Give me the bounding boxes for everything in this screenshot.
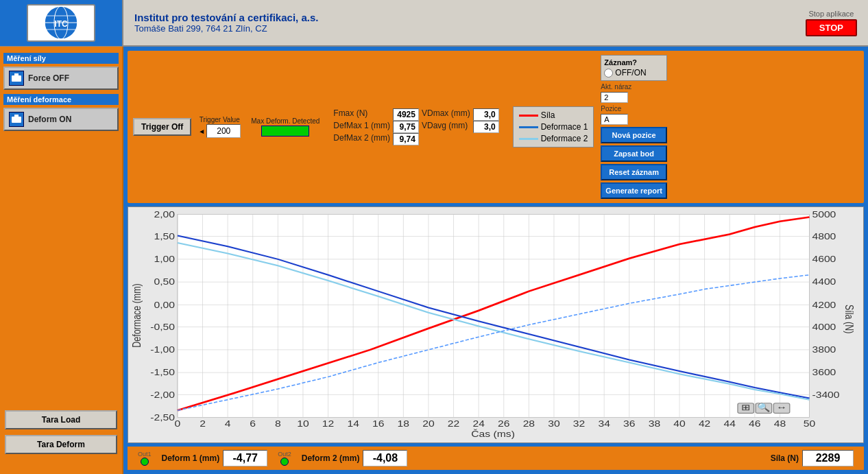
company-name: Institut pro testování a certifikaci, a.… (134, 12, 784, 23)
svg-text:1,00: 1,00 (154, 254, 175, 264)
svg-text:-1,50: -1,50 (150, 368, 175, 377)
stop-button[interactable]: STOP (806, 19, 857, 36)
legend-deformace1-line (519, 126, 538, 128)
svg-text:5000: 5000 (812, 209, 836, 219)
svg-text:4200: 4200 (812, 300, 836, 309)
trigger-off-button[interactable]: Trigger Off (133, 118, 191, 136)
svg-rect-12 (178, 214, 810, 417)
zapsat-bod-button[interactable]: Zapsat bod (601, 145, 667, 162)
force-off-label: Force OFF (28, 73, 69, 83)
force-off-button[interactable]: Force OFF (3, 67, 119, 90)
out2-group: Out2 (278, 451, 291, 466)
generate-report-button[interactable]: Generate report (601, 182, 667, 199)
pozice-input[interactable] (601, 114, 628, 125)
right-panel: Trigger Off Trigger Value ◄ Max Deform. … (123, 47, 868, 474)
akt-naraz-label: Akt. náraz (601, 83, 667, 91)
deform2-label: Deform 2 (mm) (302, 453, 360, 463)
fmax-label: Fmax (N) (333, 108, 390, 121)
section-sila: Měření síly (3, 53, 119, 64)
out2-indicator (280, 458, 289, 466)
deform-on-label: Deform ON (28, 115, 71, 124)
akt-naraz-section: Akt. náraz (601, 83, 667, 103)
svg-text:20: 20 (422, 419, 435, 429)
svg-text:4: 4 (225, 419, 231, 429)
svg-text:-2,00: -2,00 (150, 390, 175, 399)
deform1-value: -4,77 (223, 450, 267, 466)
record-section: Záznam? OFF/ON (601, 55, 667, 81)
logo: ITC R (27, 4, 95, 42)
section-deform: Měření deformace (3, 94, 119, 105)
svg-text:↔: ↔ (776, 403, 787, 412)
zaznam-radio[interactable] (604, 69, 613, 78)
fmax-value: 4925 (393, 108, 419, 121)
defmax1-value: 9,75 (393, 121, 419, 133)
defmax2-label: DefMax 2 (mm) (333, 133, 390, 145)
svg-text:32: 32 (573, 419, 586, 429)
svg-text:6: 6 (250, 419, 256, 429)
tara-deform-button[interactable]: Tara Deform (5, 435, 117, 454)
svg-text:4400: 4400 (812, 277, 836, 287)
out1-group: Out1 (138, 451, 152, 466)
legend-sila-line (519, 115, 538, 117)
svg-text:26: 26 (498, 419, 510, 429)
maxdeform-indicator (261, 126, 309, 137)
maxdeform-section: Max Deform. Detected (251, 117, 320, 137)
legend-deformace2-line (519, 138, 538, 140)
reset-zaznam-button[interactable]: Reset záznam (601, 164, 667, 180)
company-info: Institut pro testování a certifikaci, a.… (123, 6, 795, 39)
out1-indicator (141, 458, 149, 466)
vdavg-value: 3,0 (473, 121, 499, 133)
svg-text:-3400: -3400 (812, 390, 839, 399)
deform2-group: Deform 2 (mm) -4,08 (302, 450, 408, 466)
svg-text:0,00: 0,00 (154, 300, 175, 309)
svg-text:36: 36 (623, 419, 636, 429)
chart-container: 2,00 1,50 1,00 0,50 0,00 -0,50 -1,00 -1,… (128, 206, 864, 443)
svg-text:44: 44 (723, 419, 736, 429)
legend-deformace1: Deformace 1 (519, 122, 588, 132)
logo-area: ITC R (0, 0, 123, 46)
record-radio[interactable]: OFF/ON (604, 68, 664, 78)
svg-text:⊞: ⊞ (741, 403, 750, 412)
stop-btn-area: Stop aplikace STOP (795, 4, 868, 42)
akt-naraz-input[interactable] (601, 92, 628, 103)
pozice-label: Pozice (601, 105, 667, 112)
deform-icon (9, 112, 24, 127)
deform1-label: Deform 1 (mm) (162, 453, 220, 463)
chart-svg: 2,00 1,50 1,00 0,50 0,00 -0,50 -1,00 -1,… (128, 207, 863, 442)
deform-on-button[interactable]: Deform ON (3, 108, 119, 131)
svg-text:3600: 3600 (812, 368, 836, 377)
svg-text:38: 38 (649, 419, 661, 429)
svg-text:3800: 3800 (812, 345, 836, 355)
svg-text:12: 12 (322, 419, 335, 429)
svg-text:2: 2 (200, 419, 206, 429)
svg-text:2,00: 2,00 (154, 209, 175, 219)
out2-label: Out2 (278, 451, 291, 458)
sila-label: Síla (N) (771, 453, 799, 463)
svg-rect-8 (14, 73, 19, 76)
svg-text:10: 10 (297, 419, 309, 429)
header: ITC R Institut pro testování a certifika… (0, 0, 868, 47)
svg-text:🔍: 🔍 (757, 402, 771, 413)
company-addr: Tomáše Bati 299, 764 21 Zlín, CZ (134, 23, 784, 34)
far-right-panel: Záznam? OFF/ON Akt. náraz Pozice (601, 55, 667, 199)
svg-text:46: 46 (749, 419, 761, 429)
svg-text:Čas (ms): Čas (ms) (471, 429, 515, 438)
svg-text:14: 14 (347, 419, 359, 429)
nova-pozice-button[interactable]: Nová pozice (601, 127, 667, 143)
svg-text:42: 42 (699, 419, 711, 429)
defmax2-value: 9,74 (393, 133, 419, 145)
legend-deformace1-label: Deformace 1 (541, 122, 588, 132)
svg-text:18: 18 (398, 419, 410, 429)
main-area: Měření síly Force OFF Měření deformace D… (0, 47, 868, 474)
trigger-label: Trigger Value (200, 116, 240, 123)
trigger-value-input[interactable] (206, 124, 241, 138)
svg-text:50: 50 (804, 419, 816, 429)
pozice-section: Pozice (601, 105, 667, 125)
legend-sila-label: Síla (541, 110, 555, 120)
bottom-readout: Out1 Deform 1 (mm) -4,77 Out2 Deform 2 (… (128, 447, 864, 470)
sidebar: Měření síly Force OFF Měření deformace D… (0, 47, 123, 474)
svg-text:-1,00: -1,00 (150, 345, 175, 355)
svg-text:8: 8 (275, 419, 281, 429)
legend-deformace2: Deformace 2 (519, 134, 588, 143)
tara-load-button[interactable]: Tara Load (5, 410, 117, 429)
